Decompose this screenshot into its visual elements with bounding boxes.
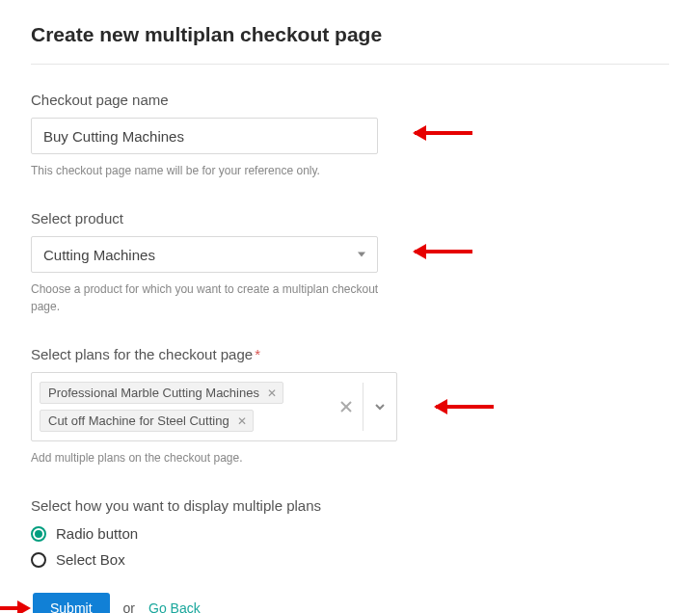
radio-icon [31, 552, 46, 568]
radio-label: Radio button [56, 525, 138, 542]
annotation-arrow-icon [436, 400, 503, 413]
multiselect-controls [330, 373, 396, 440]
checkout-name-label: Checkout page name [31, 92, 669, 108]
annotation-arrow-icon [415, 126, 482, 140]
required-asterisk: * [255, 346, 260, 362]
remove-tag-icon[interactable]: ✕ [267, 387, 277, 399]
go-back-link[interactable]: Go Back [148, 600, 201, 613]
annotation-arrow-icon [415, 245, 482, 258]
radio-icon [31, 526, 46, 542]
chevron-down-icon[interactable] [363, 373, 396, 440]
select-product-value: Cutting Machines [43, 247, 155, 263]
annotation-arrow-icon [0, 601, 29, 613]
radio-label: Select Box [56, 551, 125, 568]
field-display-type: Select how you want to display multiple … [31, 497, 669, 568]
or-text: or [123, 600, 135, 613]
checkout-name-help: This checkout page name will be for your… [31, 162, 397, 179]
title-divider [31, 64, 669, 65]
field-select-product: Select product Cutting Machines Choose a… [31, 210, 669, 315]
display-radio-group: Radio button Select Box [31, 525, 669, 568]
page-title: Create new multiplan checkout page [31, 23, 669, 46]
checkout-name-input[interactable] [31, 118, 378, 154]
plan-tag: Professional Marble Cutting Machines ✕ [40, 382, 283, 404]
plan-tag-label: Professional Marble Cutting Machines [48, 386, 259, 400]
submit-button[interactable]: Submit [33, 593, 110, 613]
select-product-help: Choose a product for which you want to c… [31, 280, 397, 315]
select-plans-help: Add multiple plans on the checkout page. [31, 449, 397, 466]
select-product-dropdown[interactable]: Cutting Machines [31, 236, 378, 273]
form-actions: Submit or Go Back [31, 593, 669, 613]
radio-option-radio-button[interactable]: Radio button [31, 525, 669, 542]
clear-all-icon[interactable] [330, 373, 363, 440]
field-checkout-name: Checkout page name This checkout page na… [31, 92, 669, 179]
remove-tag-icon[interactable]: ✕ [237, 415, 247, 427]
plan-tag-label: Cut off Machine for Steel Cutting [48, 413, 229, 428]
plan-tag: Cut off Machine for Steel Cutting ✕ [40, 410, 254, 432]
select-plans-label: Select plans for the checkout page* [31, 346, 669, 362]
field-select-plans: Select plans for the checkout page* Prof… [31, 346, 669, 466]
chevron-down-icon [358, 253, 365, 257]
radio-option-select-box[interactable]: Select Box [31, 551, 669, 568]
display-type-label: Select how you want to display multiple … [31, 497, 669, 514]
select-product-label: Select product [31, 210, 669, 227]
select-plans-multiselect[interactable]: Professional Marble Cutting Machines ✕ C… [31, 372, 397, 441]
